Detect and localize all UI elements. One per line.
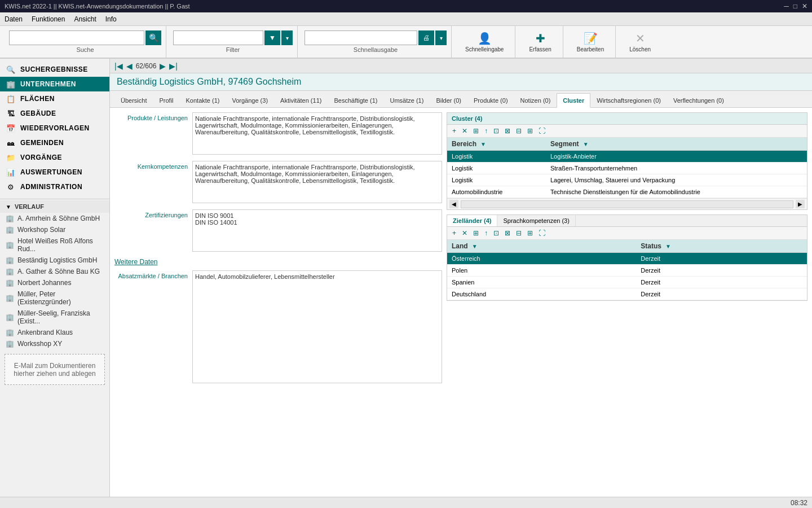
sidebar-item-unternehmen[interactable]: 🏢 UNTERNEHMEN (0, 77, 109, 91)
auswertungen-icon: 📊 (6, 168, 16, 177)
verlauf-item-5[interactable]: 🏢Norbert Johannes (0, 277, 109, 288)
verlauf-header[interactable]: ▼ VERLAUF (0, 200, 109, 213)
filter-dropdown[interactable]: ▾ (281, 30, 293, 45)
verlauf-item-4[interactable]: 🏢A. Gather & Söhne Bau KG (0, 266, 109, 277)
kernkompetenzen-textarea[interactable] (192, 161, 442, 203)
zil-table-button[interactable]: ⊞ (471, 229, 480, 238)
sidebar-item-auswertungen[interactable]: 📊 AUSWERTUNGEN (0, 165, 109, 179)
zil-btn3[interactable]: ⊡ (492, 229, 501, 238)
menu-info[interactable]: Info (105, 15, 117, 23)
verlauf-item-9[interactable]: 🏢Worksshop XY (0, 338, 109, 349)
cluster-fullscreen-button[interactable]: ⛶ (537, 126, 547, 135)
tab-7[interactable]: Bilder (0) (430, 93, 467, 107)
ziellaender-tbody: ÖsterreichDerzeitPolenDerzeitSpanienDerz… (447, 253, 807, 300)
tab-2[interactable]: Kontakte (1) (180, 93, 226, 107)
segment-filter-icon[interactable]: ▼ (583, 141, 589, 147)
cluster-row-2[interactable]: LogistikLagerei, Umschlag, Stauerei und … (447, 174, 807, 186)
tab-10[interactable]: Cluster (557, 93, 590, 108)
zil-btn4[interactable]: ⊠ (503, 229, 512, 238)
tab-6[interactable]: Umsätze (1) (383, 93, 430, 107)
tab-3[interactable]: Vorgänge (3) (226, 93, 274, 107)
zil-fullscreen-button[interactable]: ⛶ (537, 229, 547, 238)
sidebar-item-administration[interactable]: ⚙ ADMINISTRATION (0, 179, 109, 194)
tab-8[interactable]: Produkte (0) (467, 93, 514, 107)
gebaeude-icon: 🏗 (6, 109, 16, 118)
sidebar-item-flaechen[interactable]: 📋 FLÄCHEN (0, 91, 109, 106)
bearbeiten-button[interactable]: 📝 Bearbeiten (570, 29, 611, 55)
cluster-table-button[interactable]: ⊞ (471, 126, 480, 135)
search-input[interactable] (9, 30, 144, 45)
zil-delete-button[interactable]: ✕ (460, 229, 469, 238)
verlauf-item-0[interactable]: 🏢A. Amrhein & Söhne GmbH (0, 213, 109, 224)
land-filter-icon[interactable]: ▼ (472, 243, 478, 249)
filter-input[interactable] (173, 30, 263, 45)
sidebar-item-vorgaenge[interactable]: 📁 VORGÄNGE (0, 150, 109, 165)
cluster-row-0[interactable]: LogistikLogistik-Anbieter (447, 151, 807, 163)
minimize-button[interactable]: ─ (784, 2, 789, 10)
cluster-btn3[interactable]: ⊡ (492, 126, 501, 135)
sidebar-item-suchergebnisse[interactable]: 🔍 SUCHERGEBNISSE (0, 62, 109, 77)
menu-ansicht[interactable]: Ansicht (74, 15, 96, 23)
rec-first-button[interactable]: |◀ (114, 62, 123, 71)
verlauf-item-8[interactable]: 🏢Ankenbrand Klaus (0, 327, 109, 338)
zil-row-2[interactable]: SpanienDerzeit (447, 277, 807, 288)
schnellausgabe-print-button[interactable]: 🖨 (418, 30, 434, 45)
loeschen-button[interactable]: ✕ Löschen (623, 29, 657, 55)
zil-row-3[interactable]: DeutschlandDerzeit (447, 288, 807, 300)
zil-row-0[interactable]: ÖsterreichDerzeit (447, 253, 807, 265)
schnellausgabe-input[interactable] (304, 30, 417, 45)
cluster-btn5[interactable]: ⊟ (514, 126, 523, 135)
cluster-row-3[interactable]: AutomobilindustrieTechnische Dienstleist… (447, 186, 807, 198)
produkte-textarea[interactable] (192, 112, 442, 155)
tab-4[interactable]: Aktivitäten (11) (274, 93, 328, 107)
zil-add-button[interactable]: + (451, 229, 458, 238)
tab-11[interactable]: Wirtschaftsregionen (0) (590, 93, 667, 107)
absatzmaerkte-textarea[interactable] (192, 270, 442, 383)
erfassen-button[interactable]: ✚ Erfassen (522, 29, 558, 55)
zil-btn2[interactable]: ↑ (483, 229, 489, 238)
zil-tab-1[interactable]: Sprachkompetenzen (3) (497, 215, 575, 226)
menu-daten[interactable]: Daten (5, 15, 23, 23)
verlauf-item-7[interactable]: 🏢Müller-Seelig, Franziska (Exist... (0, 308, 109, 327)
rec-prev-button[interactable]: ◀ (126, 62, 133, 71)
zertifizierungen-textarea[interactable] (192, 209, 442, 252)
status-filter-icon[interactable]: ▼ (665, 243, 671, 249)
titlebar-controls[interactable]: ─ □ ✕ (784, 2, 807, 10)
zil-tab-0[interactable]: Zielländer (4) (447, 215, 497, 226)
cluster-btn6[interactable]: ⊞ (526, 126, 535, 135)
sidebar-item-gemeinden[interactable]: 🏘 GEMEINDEN (0, 135, 109, 150)
search-button[interactable]: 🔍 (145, 30, 161, 45)
cluster-add-button[interactable]: + (451, 126, 458, 135)
cluster-delete-button[interactable]: ✕ (460, 126, 469, 135)
tab-5[interactable]: Beschäftigte (1) (328, 93, 383, 107)
rec-last-button[interactable]: ▶| (169, 62, 178, 71)
maximize-button[interactable]: □ (793, 2, 797, 10)
verlauf-item-2[interactable]: 🏢Hotel Weißes Roß Alfons Rud... (0, 235, 109, 255)
menu-funktionen[interactable]: Funktionen (32, 15, 65, 23)
cluster-btn4[interactable]: ⊠ (503, 126, 512, 135)
zil-btn6[interactable]: ⊞ (526, 229, 535, 238)
zil-row-1[interactable]: PolenDerzeit (447, 265, 807, 277)
schnelleingabe-button[interactable]: 👤 Schnelleingabe (458, 29, 510, 55)
cluster-up-button[interactable]: ↑ (483, 126, 489, 135)
cluster-scroll-left[interactable]: ◀ (449, 200, 458, 208)
sidebar-item-gebaeude[interactable]: 🏗 GEBÄUDE (0, 106, 109, 121)
tab-0[interactable]: Übersicht (114, 93, 153, 107)
tab-1[interactable]: Profil (153, 93, 179, 107)
tab-12[interactable]: Verflechtungen (0) (667, 93, 730, 107)
rec-next-button[interactable]: ▶ (160, 62, 166, 71)
cluster-hscrollbar[interactable] (461, 200, 793, 208)
schnellausgabe-dropdown[interactable]: ▾ (435, 30, 447, 45)
cluster-row-1[interactable]: LogistikStraßen-Transportunternehmen (447, 163, 807, 174)
verlauf-item-1[interactable]: 🏢Workshop Solar (0, 224, 109, 235)
verlauf-item-6[interactable]: 🏢Müller, Peter (Existenzgründer) (0, 288, 109, 308)
tab-9[interactable]: Notizen (0) (514, 93, 557, 107)
zil-btn5[interactable]: ⊟ (514, 229, 523, 238)
verlauf-item-3[interactable]: 🏢Beständig Logistics GmbH (0, 255, 109, 266)
filter-button[interactable]: ▼ (264, 30, 280, 45)
cluster-scroll-right[interactable]: ▶ (796, 200, 805, 208)
close-button[interactable]: ✕ (802, 2, 807, 10)
bereich-filter-icon[interactable]: ▼ (480, 141, 486, 147)
weitere-daten-link[interactable]: Weitere Daten (114, 258, 442, 266)
sidebar-item-wiedervorlagen[interactable]: 📅 WIEDERVORLAGEN (0, 121, 109, 135)
